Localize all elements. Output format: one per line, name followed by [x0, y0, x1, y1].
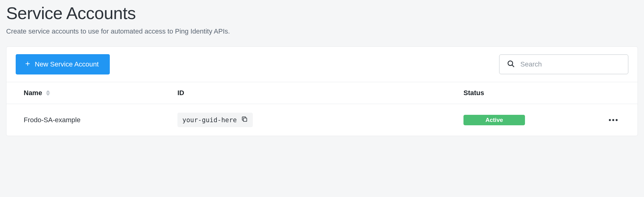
svg-point-8 — [612, 119, 614, 121]
row-id-cell: your-guid-here — [174, 104, 460, 136]
column-header-name[interactable]: Name — [21, 82, 174, 104]
column-header-actions — [577, 86, 623, 100]
toolbar: New Service Account — [6, 47, 638, 82]
service-accounts-table: Name ID Status Frodo-SA-example — [6, 82, 638, 136]
new-service-account-label: New Service Account — [35, 60, 99, 68]
svg-line-3 — [512, 65, 514, 67]
row-name-value: Frodo-SA-example — [24, 116, 81, 124]
new-service-account-button[interactable]: New Service Account — [16, 54, 110, 74]
column-header-status[interactable]: Status — [460, 82, 577, 104]
svg-rect-6 — [243, 118, 247, 121]
row-name-cell[interactable]: Frodo-SA-example — [21, 107, 174, 133]
table-row: Frodo-SA-example your-guid-here Active — [6, 104, 638, 136]
id-pill: your-guid-here — [177, 113, 253, 127]
page-title: Service Accounts — [6, 3, 638, 23]
svg-point-9 — [616, 119, 618, 121]
sort-icon — [46, 90, 50, 96]
page-subtitle: Create service accounts to use for autom… — [6, 27, 638, 35]
search-box[interactable] — [499, 54, 628, 74]
column-header-id-label: ID — [177, 89, 184, 97]
more-actions-button[interactable] — [606, 115, 620, 125]
search-input[interactable] — [520, 60, 621, 68]
status-badge: Active — [463, 115, 525, 125]
svg-marker-4 — [46, 90, 50, 93]
column-header-status-label: Status — [463, 89, 484, 97]
column-header-id[interactable]: ID — [174, 82, 460, 104]
svg-marker-5 — [46, 93, 50, 96]
ellipsis-icon — [609, 118, 618, 122]
row-status-cell: Active — [460, 106, 577, 134]
search-icon — [507, 60, 515, 69]
table-header: Name ID Status — [6, 82, 638, 104]
row-actions-cell — [577, 107, 623, 133]
service-accounts-card: New Service Account Name — [6, 46, 638, 136]
copy-icon[interactable] — [241, 116, 248, 124]
plus-icon — [25, 60, 30, 68]
column-header-name-label: Name — [24, 89, 42, 97]
row-id-value: your-guid-here — [182, 116, 237, 124]
svg-point-7 — [609, 119, 611, 121]
